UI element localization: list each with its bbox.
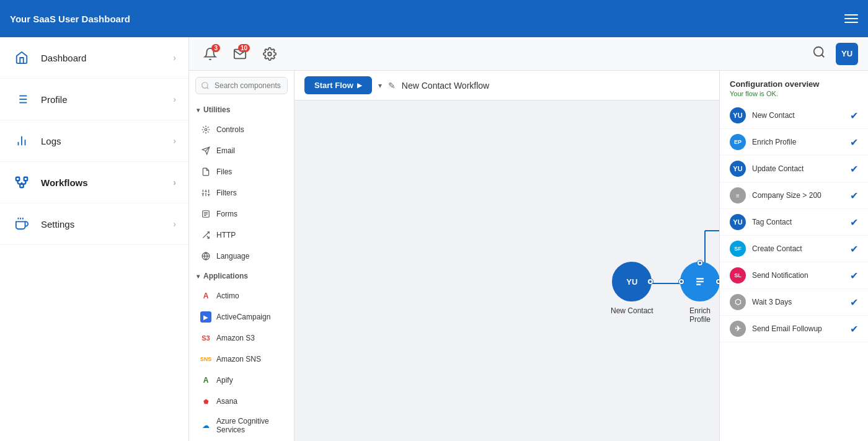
component-filters[interactable]: Filters	[189, 182, 294, 203]
enrich-profile-circle	[680, 262, 719, 301]
controls-icon	[200, 124, 211, 135]
settings-button[interactable]	[259, 43, 281, 65]
ci-enrich-check: ✔	[850, 136, 858, 148]
sidebar-item-profile[interactable]: Profile ›	[0, 79, 188, 120]
config-item-new-contact[interactable]: YU New Contact ✔	[720, 102, 868, 129]
messages-button[interactable]: 10	[229, 43, 251, 65]
content-area: 3 10 YU Utilities	[189, 37, 868, 441]
ci-notif-label: Send Notification	[752, 271, 844, 280]
logs-label: Logs	[41, 136, 173, 146]
ci-new-contact-check: ✔	[850, 110, 858, 122]
component-amazon-sns[interactable]: SNS Amazon SNS	[189, 349, 294, 370]
enrich-profile-label: Enrich Profile	[680, 306, 719, 324]
config-panel: Configuration overview Your flow is OK. …	[719, 71, 868, 441]
chevron-icon: ›	[173, 136, 176, 146]
sidebar-item-workflows[interactable]: Workflows ›	[0, 162, 188, 203]
applications-section[interactable]: Applications	[189, 267, 294, 285]
ci-update-icon: YU	[730, 161, 746, 177]
component-forms[interactable]: Forms	[189, 203, 294, 225]
component-files[interactable]: Files	[189, 161, 294, 182]
ci-wait-icon: ⬡	[730, 294, 746, 310]
dashboard-label: Dashboard	[41, 53, 173, 63]
ci-tag-label: Tag Contact	[752, 218, 844, 226]
email-label: Email	[216, 146, 235, 155]
http-icon	[200, 229, 211, 241]
files-label: Files	[216, 167, 232, 176]
search-button[interactable]	[812, 45, 826, 63]
azure-icon: ☁	[200, 420, 211, 431]
amazon-s3-label: Amazon S3	[216, 334, 255, 342]
utilities-section[interactable]: Utilities	[189, 100, 294, 119]
config-item-tag-contact[interactable]: YU Tag Contact ✔	[720, 209, 868, 236]
ci-email-check: ✔	[850, 323, 858, 335]
notifications-button[interactable]: 3	[199, 43, 221, 65]
ci-notif-check: ✔	[850, 270, 858, 282]
ci-wait-label: Wait 3 Days	[752, 298, 844, 306]
ci-tag-check: ✔	[850, 216, 858, 228]
canvas: Start Flow ▾ ✎ New Contact Workflow	[294, 71, 719, 441]
component-azure[interactable]: ☁ Azure Cognitive Services	[189, 412, 294, 439]
ci-create-label: Create Contact	[752, 244, 844, 253]
actimo-label: Actimo	[216, 292, 239, 300]
ci-enrich-icon: EP	[730, 134, 746, 150]
component-amazon-s3[interactable]: S3 Amazon S3	[189, 327, 294, 349]
sidebar-item-settings[interactable]: Settings ›	[0, 203, 188, 245]
node-enrich-profile[interactable]: Enrich Profile	[680, 262, 719, 324]
dashboard-icon	[12, 48, 31, 67]
ep-out-dot	[716, 279, 719, 284]
component-language[interactable]: Language	[189, 246, 294, 267]
svg-point-19	[205, 128, 207, 131]
config-item-update-contact[interactable]: YU Update Contact ✔	[720, 156, 868, 182]
search-input[interactable]	[195, 77, 288, 94]
ci-create-icon: SF	[730, 241, 746, 257]
topbar-title: Your SaaS User Dashboard	[10, 14, 844, 24]
ci-create-check: ✔	[850, 243, 858, 255]
config-item-company-size[interactable]: ≡ Company Size > 200 ✔	[720, 182, 868, 209]
ci-company-check: ✔	[850, 190, 858, 202]
ep-in-dot	[679, 279, 684, 284]
sidebar-item-logs[interactable]: Logs ›	[0, 120, 188, 162]
nc-out-dot	[648, 279, 653, 284]
sidebar-item-dashboard[interactable]: Dashboard ›	[0, 37, 188, 79]
menu-icon[interactable]	[844, 14, 858, 23]
config-header: Configuration overview Your flow is OK.	[720, 71, 868, 102]
component-panel: Utilities Controls Email	[189, 71, 294, 441]
edit-icon[interactable]: ✎	[388, 81, 396, 91]
component-asana[interactable]: ⬟ Asana	[189, 391, 294, 412]
config-item-wait-3-days[interactable]: ⬡ Wait 3 Days ✔	[720, 289, 868, 316]
settings-icon	[12, 215, 31, 233]
http-label: HTTP	[216, 231, 236, 239]
component-email[interactable]: Email	[189, 140, 294, 161]
component-activecampaign[interactable]: ▶ ActiveCampaign	[189, 306, 294, 327]
ci-notif-icon: SL	[730, 267, 746, 283]
chevron-icon: ›	[173, 94, 176, 104]
ci-tag-icon: YU	[730, 214, 746, 230]
ci-update-check: ✔	[850, 163, 858, 175]
start-flow-button[interactable]: Start Flow	[304, 76, 372, 94]
ep-top-dot	[698, 261, 702, 265]
ci-new-contact-label: New Contact	[752, 111, 844, 120]
config-item-send-notification[interactable]: SL Send Notification ✔	[720, 262, 868, 289]
dropdown-arrow[interactable]: ▾	[378, 81, 382, 90]
filters-icon	[200, 187, 211, 198]
notifications-badge: 3	[211, 44, 220, 52]
ci-email-label: Send Email Followup	[752, 324, 844, 333]
user-avatar[interactable]: YU	[836, 43, 858, 65]
component-apify[interactable]: A Apify	[189, 370, 294, 391]
component-controls[interactable]: Controls	[189, 119, 294, 140]
component-http[interactable]: HTTP	[189, 225, 294, 246]
svg-point-17	[814, 47, 823, 56]
config-item-send-email[interactable]: ✈ Send Email Followup ✔	[720, 316, 868, 342]
workflow-title: New Contact Workflow	[402, 81, 489, 91]
amazon-s3-icon: S3	[200, 332, 211, 344]
component-actimo[interactable]: A Actimo	[189, 285, 294, 306]
config-item-create-contact[interactable]: SF Create Contact ✔	[720, 236, 868, 262]
logs-icon	[12, 131, 31, 150]
node-new-contact[interactable]: YU New Contact	[611, 262, 653, 315]
config-item-enrich-profile[interactable]: EP Enrich Profile ✔	[720, 129, 868, 156]
azure-label: Azure Cognitive Services	[216, 417, 286, 434]
config-title: Configuration overview	[730, 79, 858, 89]
search-box	[189, 71, 294, 100]
ci-company-icon: ≡	[730, 187, 746, 203]
ci-new-contact-icon: YU	[730, 107, 746, 123]
